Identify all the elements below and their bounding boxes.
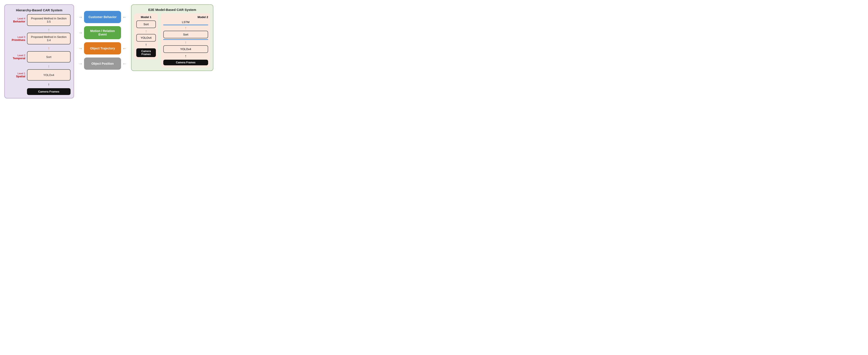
arrow-left-blue-right: ← (122, 14, 127, 20)
motion-relation-row: → Motion / Relation Event → (79, 26, 127, 39)
arrow-orange-up: ↑ (27, 46, 70, 51)
model2-yolo-box: YOLOv4 (163, 45, 208, 53)
arrow-right-blue-left: → (79, 14, 83, 20)
level-2-row: Level 2 Temporal Sort (8, 51, 70, 62)
customer-behavior-row: → Customer Behavior ← (79, 11, 127, 23)
model1-sort-box: Sort (136, 21, 156, 28)
level-1-label: Level 1 Spatial (8, 72, 25, 78)
model1-box: Model 1 Sort ↑ YOLOv4 ↑ Camera Frames (134, 13, 158, 59)
object-position-row: → Object Position ← (79, 58, 127, 70)
e2e-content: Model 1 Sort ↑ YOLOv4 ↑ Camera Frames Mo… (134, 13, 210, 67)
arrow-left-orange: ← (122, 46, 127, 51)
motion-relation-box: Motion / Relation Event (84, 26, 121, 39)
model2-arrow-orange: ↑ (163, 26, 208, 30)
model2-title: Model 2 (163, 16, 208, 19)
arrow-green-up: ↑ (27, 28, 70, 32)
arrow-right-orange: → (79, 46, 83, 51)
diagram: Hierarchy-Based CAR System Level 4 Behav… (4, 4, 213, 98)
level-4-label: Level 4 Behavior (8, 17, 25, 23)
arrow-gray-up: ↑ (27, 64, 70, 69)
level-2-label: Level 2 Temporal (8, 54, 25, 60)
level-1-box: YOLOv4 (27, 69, 70, 81)
model2-sep-bottom (163, 39, 208, 40)
arrow-left-gray: ← (122, 61, 127, 66)
e2e-title: E2E Model-Based CAR System (134, 8, 210, 11)
level-2-box: Sort (27, 51, 70, 62)
arrow-right-gray: → (79, 61, 83, 66)
level-3-label: Level 3 Primitives (8, 36, 25, 41)
object-trajectory-box: Object Trajectory (84, 42, 121, 55)
model2-sort-box: Sort (163, 31, 208, 38)
level-3-box: Proposed Method in Section 3.4 (27, 33, 70, 45)
model1-arrow-black: ↑ (136, 42, 156, 47)
customer-behavior-box: Customer Behavior (84, 11, 121, 23)
model2-camera: Camera Frames (163, 60, 208, 65)
model1-camera: Camera Frames (136, 48, 156, 57)
model1-arrow-gray: ↑ (136, 29, 156, 33)
e2e-panel: E2E Model-Based CAR System Model 1 Sort … (131, 4, 213, 71)
arrow-right-green: → (79, 30, 83, 35)
hierarchy-panel: Hierarchy-Based CAR System Level 4 Behav… (4, 4, 74, 98)
middle-panel: → Customer Behavior ← → Motion / Relatio… (79, 4, 127, 70)
model2-lstm-label: LSTM (163, 21, 208, 24)
model2-arrow-black: ↑ (163, 54, 208, 58)
level-4-box: Proposed Method in Section 3.5 (27, 14, 70, 26)
hierarchy-title: Hierarchy-Based CAR System (8, 8, 70, 12)
arrow-black-up: ↑ (27, 82, 70, 87)
object-position-box: Object Position (84, 58, 121, 70)
model2-box: Model 2 LSTM ↑ Sort ↑ YOLOv4 ↑ Camer (161, 13, 210, 67)
level-1-row: Level 1 Spatial YOLOv4 (8, 69, 70, 81)
level-4-row: Level 4 Behavior Proposed Method in Sect… (8, 14, 70, 26)
model2-sep-top (163, 25, 208, 25)
model2-arrow-gray: ↑ (163, 40, 208, 45)
object-trajectory-row: → Object Trajectory ← (79, 42, 127, 55)
level-3-row: Level 3 Primitives Proposed Method in Se… (8, 33, 70, 45)
model1-title: Model 1 (136, 16, 156, 19)
model1-yolo-box: YOLOv4 (136, 34, 156, 41)
left-camera-box: Camera Frames (27, 88, 70, 95)
